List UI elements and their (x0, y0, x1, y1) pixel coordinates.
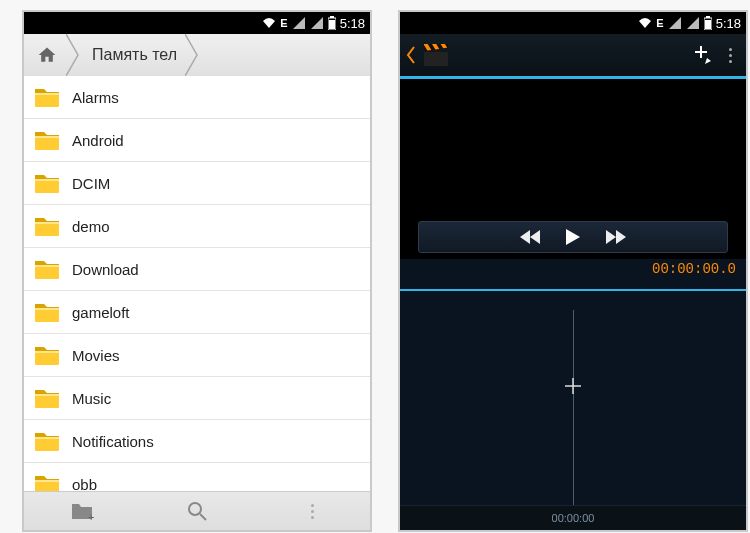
folder-icon (34, 344, 60, 366)
svg-point-4 (189, 503, 201, 515)
svg-text:+: + (88, 511, 94, 521)
new-folder-icon: + (70, 501, 94, 521)
folder-row[interactable]: Alarms (24, 76, 370, 119)
preview-pane[interactable] (400, 79, 746, 259)
phone-video-editor: E 5:18 (398, 10, 748, 532)
folder-row[interactable]: gameloft (24, 291, 370, 334)
editor-toolbar (400, 34, 746, 76)
signal-icon-2 (686, 17, 700, 29)
add-clip-button[interactable] (691, 44, 713, 66)
rewind-icon (520, 230, 540, 244)
folder-row[interactable]: Android (24, 119, 370, 162)
breadcrumb-location[interactable]: Память тел (80, 46, 185, 64)
status-time: 5:18 (340, 16, 365, 31)
chevron-icon (66, 34, 80, 76)
timecode: 00:00:00.0 (400, 259, 746, 285)
folder-icon (34, 301, 60, 323)
folder-label: Notifications (72, 433, 154, 450)
battery-icon (328, 16, 336, 30)
new-folder-button[interactable]: + (24, 492, 139, 530)
search-icon (187, 501, 207, 521)
forward-button[interactable] (606, 230, 626, 244)
folder-label: demo (72, 218, 110, 235)
folder-icon (34, 172, 60, 194)
svg-rect-8 (705, 20, 711, 29)
playback-controls (418, 221, 728, 253)
overflow-button[interactable] (721, 48, 740, 63)
wifi-icon (262, 17, 276, 29)
clapperboard-icon (424, 44, 448, 66)
back-button[interactable] (406, 46, 416, 64)
folder-icon (34, 258, 60, 280)
battery-icon (704, 16, 712, 30)
signal-icon-2 (310, 17, 324, 29)
plus-icon (563, 376, 583, 396)
folder-icon (34, 129, 60, 151)
signal-icon (668, 17, 682, 29)
folder-row[interactable]: Download (24, 248, 370, 291)
folder-label: DCIM (72, 175, 110, 192)
timeline-add-button[interactable] (563, 374, 583, 402)
network-type: E (656, 17, 663, 29)
playhead-line[interactable] (573, 310, 574, 506)
chevron-icon (185, 34, 199, 76)
breadcrumb-home[interactable] (24, 45, 66, 65)
play-icon (566, 229, 580, 245)
bottom-toolbar: + (24, 491, 370, 530)
status-bar-right: E 5:18 (400, 12, 746, 34)
folder-label: Android (72, 132, 124, 149)
folder-label: obb (72, 476, 97, 493)
network-type: E (280, 17, 287, 29)
back-icon (406, 46, 416, 64)
signal-icon (292, 17, 306, 29)
svg-rect-9 (424, 52, 448, 66)
wifi-icon (638, 17, 652, 29)
status-time: 5:18 (716, 16, 741, 31)
folder-icon (34, 473, 60, 492)
overflow-icon (303, 504, 322, 519)
folder-icon (34, 387, 60, 409)
play-button[interactable] (566, 229, 580, 245)
rewind-button[interactable] (520, 230, 540, 244)
folder-row[interactable]: Music (24, 377, 370, 420)
timeline[interactable] (400, 310, 746, 506)
breadcrumb: Память тел (24, 34, 370, 77)
folder-icon (34, 215, 60, 237)
folder-row[interactable]: Notifications (24, 420, 370, 463)
plus-arrow-icon (691, 44, 713, 66)
folder-label: Alarms (72, 89, 119, 106)
folder-label: Movies (72, 347, 120, 364)
folder-list[interactable]: AlarmsAndroidDCIMdemoDownloadgameloftMov… (24, 76, 370, 492)
folder-row[interactable]: demo (24, 205, 370, 248)
folder-label: Music (72, 390, 111, 407)
timeline-ruler[interactable]: 00:00:00 (400, 505, 746, 530)
svg-rect-2 (329, 20, 335, 29)
forward-icon (606, 230, 626, 244)
phone-file-manager: E 5:18 Память тел AlarmsAndroidDCIMdemoD… (22, 10, 372, 532)
breadcrumb-label: Память тел (92, 46, 177, 64)
search-button[interactable] (139, 492, 254, 530)
home-icon (36, 45, 58, 65)
folder-label: Download (72, 261, 139, 278)
folder-row[interactable]: obb (24, 463, 370, 492)
status-bar-left: E 5:18 (24, 12, 370, 34)
svg-line-5 (200, 514, 206, 520)
ruler-label: 00:00:00 (552, 512, 595, 524)
overflow-icon (721, 48, 740, 63)
folder-icon (34, 86, 60, 108)
overflow-button[interactable] (255, 492, 370, 530)
folder-label: gameloft (72, 304, 130, 321)
folder-row[interactable]: DCIM (24, 162, 370, 205)
folder-row[interactable]: Movies (24, 334, 370, 377)
folder-icon (34, 430, 60, 452)
